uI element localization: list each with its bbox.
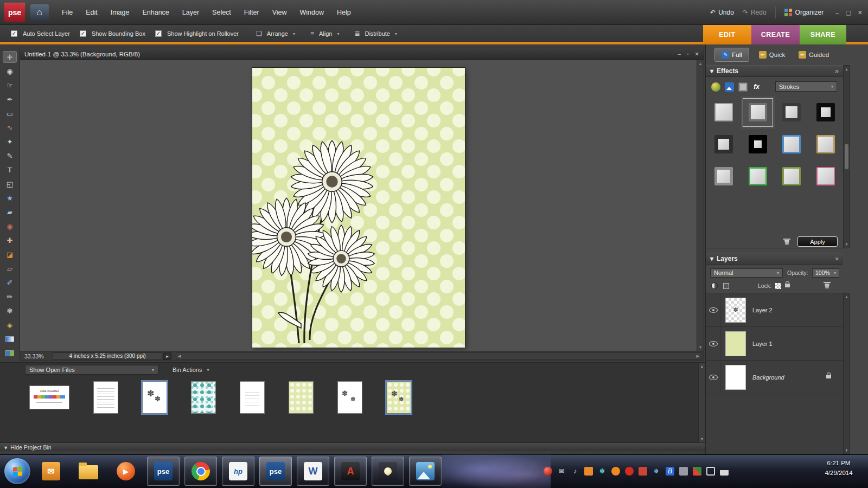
taskbar-acrobat[interactable]: A	[334, 457, 367, 486]
effects-category-dropdown[interactable]: Strokes▾	[775, 81, 837, 92]
layer-name[interactable]: Background	[752, 374, 784, 381]
marquee-tool[interactable]: ▭	[3, 107, 17, 119]
redo-button[interactable]: ↷Redo	[743, 9, 767, 16]
straighten-tool[interactable]: ▰	[3, 206, 17, 218]
scroll-down-icon[interactable]: ▼	[845, 242, 848, 246]
tray-updates-icon[interactable]	[584, 467, 593, 476]
visibility-eye-icon[interactable]	[709, 375, 718, 380]
layer-row-background[interactable]: Background	[706, 361, 843, 394]
apply-button[interactable]: Apply	[797, 236, 838, 247]
menu-view[interactable]: View	[272, 9, 287, 16]
photo-effects-icon[interactable]	[725, 82, 734, 92]
stroke-swatch[interactable]	[809, 97, 843, 129]
file-thumbnail-5[interactable]	[240, 381, 265, 414]
color-swatches-tool[interactable]	[3, 347, 17, 359]
file-thumbnail-2[interactable]	[93, 381, 118, 414]
document-title-bar[interactable]: Untitled-1 @ 33.3% (Background, RGB/8) –…	[20, 48, 704, 60]
vertical-scrollbar[interactable]: ▲ ▼	[697, 60, 704, 351]
doc-restore-button[interactable]: ▫	[687, 51, 689, 57]
scroll-right-icon[interactable]: ▶	[697, 354, 699, 358]
layers-scrollbar[interactable]: ▲ ▼	[843, 293, 850, 454]
tab-create[interactable]: CREATE	[751, 25, 800, 44]
doc-minimize-button[interactable]: –	[678, 51, 681, 57]
visibility-eye-icon[interactable]	[709, 307, 718, 313]
tray-antivirus-icon[interactable]	[544, 467, 552, 476]
stroke-swatch[interactable]	[707, 129, 741, 160]
menu-enhance[interactable]: Enhance	[142, 9, 169, 16]
layer-thumbnail[interactable]: ✽	[725, 298, 746, 323]
cookie-cutter-tool[interactable]: ★	[3, 192, 17, 204]
tab-share[interactable]: SHARE	[800, 25, 846, 44]
layer-name[interactable]: Layer 2	[752, 307, 773, 313]
file-thumbnail-4[interactable]	[191, 381, 216, 414]
stroke-swatch[interactable]	[775, 160, 809, 192]
red-eye-removal-tool[interactable]: ◉	[3, 220, 17, 232]
brush-tool[interactable]: ✐	[3, 277, 17, 288]
eyedropper-tool[interactable]: ✒	[3, 93, 17, 105]
tray-display-icon[interactable]	[706, 467, 715, 476]
tab-guided-edit[interactable]: ✏ Guided	[793, 48, 835, 62]
eraser-tool[interactable]: ▱	[3, 262, 17, 274]
layer-name[interactable]: Layer 1	[752, 341, 773, 347]
minimize-button[interactable]: –	[835, 9, 839, 16]
close-button[interactable]: ✕	[858, 9, 863, 16]
organizer-button[interactable]: Organizer	[784, 9, 824, 17]
layer-row-layer2[interactable]: ✽ Layer 2	[706, 293, 843, 327]
taskbar-pse-organizer[interactable]: pse	[147, 457, 180, 486]
opacity-value-dropdown[interactable]: 100%▾	[812, 268, 839, 278]
menu-layer[interactable]: Layer	[182, 9, 199, 16]
tray-bluetooth-icon[interactable]: B	[666, 467, 674, 476]
move-tool[interactable]: ✛	[3, 51, 17, 63]
menu-window[interactable]: Window	[300, 9, 324, 16]
frame-effects-icon[interactable]	[738, 82, 748, 92]
scroll-up-icon[interactable]: ▲	[699, 62, 703, 66]
auto-select-layer-checkbox[interactable]: ✓Auto Select Layer	[11, 30, 70, 37]
type-tool[interactable]: T	[3, 164, 17, 176]
tray-action-center-icon[interactable]	[639, 467, 647, 476]
document-size-info[interactable]: 4 inches x 5.25 inches (300 ppi)	[53, 352, 162, 360]
delete-effect-icon[interactable]	[784, 239, 790, 245]
bin-scrollbar[interactable]: ▲ ▼	[698, 363, 705, 442]
tray-mail-icon[interactable]: ✉	[557, 467, 566, 476]
menu-filter[interactable]: Filter	[244, 9, 259, 16]
lasso-tool[interactable]: ∿	[3, 121, 17, 133]
align-dropdown[interactable]: ≡Align▾	[310, 30, 340, 37]
taskbar-outlook[interactable]: ✉	[35, 457, 67, 486]
horizontal-scrollbar[interactable]: ◀ ▶	[176, 352, 701, 359]
paint-bucket-tool[interactable]: ◈	[3, 319, 17, 331]
filters-icon[interactable]	[711, 82, 720, 92]
stroke-swatch[interactable]	[707, 160, 741, 192]
gradient-tool[interactable]	[3, 333, 17, 345]
canvas-area[interactable]	[20, 60, 697, 351]
scroll-up-icon[interactable]: ▲	[845, 67, 848, 71]
stroke-swatch-selected[interactable]	[741, 97, 775, 129]
file-thumbnail-7[interactable]: ✽ ✽	[337, 381, 362, 414]
pencil-tool[interactable]: ✏	[3, 291, 17, 303]
distribute-dropdown[interactable]: ≣Distribute▾	[354, 30, 397, 37]
file-thumbnail-6[interactable]	[289, 381, 314, 414]
taskbar-chrome[interactable]	[184, 457, 217, 486]
lock-transparency-icon[interactable]	[775, 283, 781, 289]
visibility-eye-icon[interactable]	[709, 341, 718, 346]
menu-file[interactable]: File	[62, 9, 73, 16]
doc-close-button[interactable]: ✕	[695, 51, 699, 57]
new-layer-icon[interactable]	[723, 283, 729, 289]
spot-healing-tool[interactable]: ✚	[3, 234, 17, 246]
tray-app-icon[interactable]	[693, 467, 701, 476]
arrange-dropdown[interactable]: ❏Arrange▾	[256, 30, 295, 37]
hand-tool[interactable]: ☞	[3, 79, 17, 91]
document-canvas[interactable]	[252, 68, 465, 348]
scrollbar-thumb[interactable]	[845, 144, 848, 169]
blend-mode-dropdown[interactable]: Normal▾	[710, 268, 783, 278]
crop-tool[interactable]: ◱	[3, 178, 17, 190]
stroke-swatch[interactable]	[809, 129, 843, 160]
taskbar-explorer[interactable]	[72, 457, 105, 486]
bin-actions-dropdown[interactable]: Bin Actions▾	[173, 367, 209, 373]
stroke-swatch[interactable]	[775, 97, 809, 129]
taskbar-clock[interactable]: 6:21 PM 4/29/2014	[813, 459, 865, 478]
maximize-button[interactable]: ▢	[845, 9, 851, 16]
file-thumbnail-1[interactable]: Julie Koerber	[29, 386, 69, 409]
menu-select[interactable]: Select	[212, 9, 231, 16]
tray-network-icon[interactable]	[720, 467, 729, 476]
layer-thumbnail[interactable]	[725, 331, 746, 356]
